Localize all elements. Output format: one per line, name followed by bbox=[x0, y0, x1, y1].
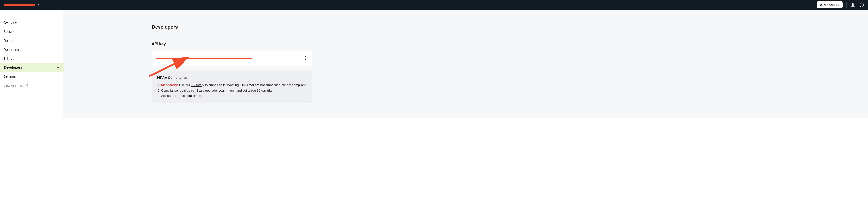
api-key-more-button[interactable] bbox=[304, 55, 307, 62]
compliance-item-3: Ask us to turn on compliance. bbox=[161, 93, 307, 99]
api-key-section-title: API key bbox=[152, 42, 312, 46]
compliance-text: , and get a free 30-day trial. bbox=[235, 89, 273, 92]
view-api-docs-label: View API docs bbox=[3, 84, 24, 88]
sidebar-item-label: Developers bbox=[4, 66, 22, 69]
svg-point-7 bbox=[305, 56, 306, 57]
compliance-text: to embed calls. Warning: Links that are … bbox=[204, 83, 307, 87]
ask-compliance-link[interactable]: Ask us to turn on compliance. bbox=[161, 94, 203, 98]
external-link-icon bbox=[836, 3, 839, 6]
compliance-text: Use our bbox=[178, 83, 191, 87]
sidebar-item-rooms[interactable]: Rooms bbox=[0, 36, 63, 45]
sidebar-item-overview[interactable]: Overview bbox=[0, 18, 63, 27]
sidebar-item-label: Sessions bbox=[3, 30, 17, 33]
js-library-link[interactable]: JS library bbox=[191, 83, 204, 87]
mandatory-label: Mandatory: bbox=[161, 83, 178, 87]
learn-more-link[interactable]: Learn more bbox=[218, 89, 235, 92]
topbar-right: API docs bbox=[816, 1, 864, 8]
svg-line-0 bbox=[837, 4, 839, 5]
sidebar-item-sessions[interactable]: Sessions bbox=[0, 27, 63, 36]
sidebar-item-label: Billing bbox=[3, 57, 12, 60]
chevron-down-icon bbox=[37, 3, 41, 6]
page-title: Developers bbox=[152, 24, 312, 30]
more-vertical-icon bbox=[305, 56, 306, 60]
sidebar-item-label: Recordings bbox=[3, 48, 21, 52]
topbar: API docs bbox=[0, 0, 868, 10]
org-switcher[interactable] bbox=[4, 3, 41, 6]
api-key-redacted bbox=[156, 58, 252, 60]
api-key-box bbox=[152, 51, 312, 66]
compliance-text: Compliance requires our Scale upgrade. bbox=[161, 89, 218, 92]
sidebar-item-settings[interactable]: Settings bbox=[0, 72, 63, 81]
svg-point-9 bbox=[305, 59, 306, 60]
svg-line-4 bbox=[26, 85, 28, 86]
compliance-item-1: Mandatory: Use our JS library to embed c… bbox=[161, 83, 307, 88]
external-link-icon bbox=[25, 84, 28, 87]
content-wrapper: Developers API key HIPAA Compliance Mand… bbox=[152, 24, 312, 103]
sidebar: Overview Sessions Rooms Recordings Billi… bbox=[0, 10, 63, 118]
sidebar-item-label: Settings bbox=[3, 74, 16, 79]
layout: Overview Sessions Rooms Recordings Billi… bbox=[0, 10, 868, 118]
sidebar-item-developers[interactable]: Developers bbox=[0, 63, 64, 72]
api-docs-label: API docs bbox=[820, 3, 835, 7]
user-icon[interactable] bbox=[850, 2, 856, 7]
compliance-item-2: Compliance requires our Scale upgrade. L… bbox=[161, 88, 307, 93]
sidebar-item-label: Overview bbox=[3, 21, 18, 25]
divider bbox=[846, 2, 847, 8]
main-content: Developers API key HIPAA Compliance Mand… bbox=[63, 10, 868, 118]
help-icon[interactable] bbox=[859, 2, 864, 7]
api-docs-button[interactable]: API docs bbox=[816, 1, 842, 8]
sidebar-item-recordings[interactable]: Recordings bbox=[0, 45, 63, 54]
compliance-list: Mandatory: Use our JS library to embed c… bbox=[157, 83, 307, 99]
svg-point-8 bbox=[305, 58, 306, 59]
sidebar-item-billing[interactable]: Billing bbox=[0, 54, 63, 63]
org-name-redacted bbox=[4, 4, 35, 6]
sidebar-item-label: Rooms bbox=[3, 39, 14, 42]
view-api-docs-link[interactable]: View API docs bbox=[0, 81, 63, 91]
compliance-title: HIPAA Compliance bbox=[157, 76, 307, 80]
compliance-box: HIPAA Compliance Mandatory: Use our JS l… bbox=[152, 71, 312, 103]
arrow-right-icon bbox=[56, 66, 60, 69]
